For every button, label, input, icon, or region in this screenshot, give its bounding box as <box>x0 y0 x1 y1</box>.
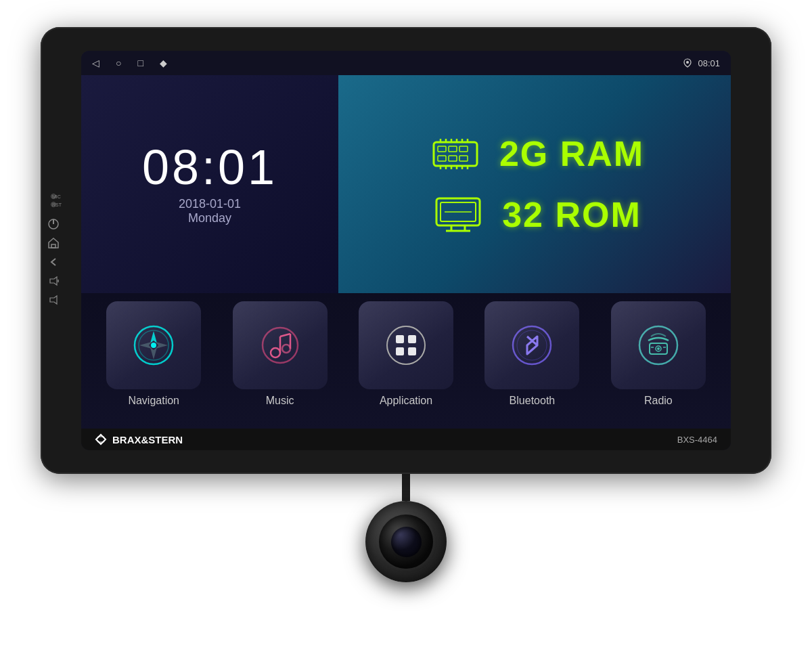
camera-lens-inner <box>391 527 422 557</box>
vol-down-button[interactable] <box>46 292 61 307</box>
back-button[interactable] <box>46 255 61 269</box>
svg-marker-35 <box>150 347 157 359</box>
vol-up-button[interactable] <box>46 274 61 288</box>
music-app[interactable]: Music <box>221 301 338 407</box>
svg-rect-22 <box>459 146 468 152</box>
status-bar-right: 08:01 <box>683 58 720 68</box>
svg-point-38 <box>151 343 156 348</box>
clock-date: 2018-01-01 <box>179 197 241 211</box>
svg-point-52 <box>517 330 547 360</box>
navigation-icon-box[interactable] <box>106 301 201 389</box>
svg-marker-36 <box>139 342 152 349</box>
svg-point-40 <box>271 348 280 357</box>
display-screen: ◁ ○ □ ◆ 08:01 08:01 2018-01-01 Monday <box>81 51 731 450</box>
rst-indicator: RST <box>51 202 56 207</box>
music-icon-box[interactable] <box>233 301 328 389</box>
application-icon-box[interactable] <box>359 301 453 389</box>
mic-label: MIC <box>52 194 61 199</box>
svg-rect-46 <box>396 335 404 343</box>
svg-rect-21 <box>449 146 457 152</box>
back-nav-button[interactable]: ◁ <box>92 58 99 68</box>
status-time: 08:01 <box>698 58 720 68</box>
recent-nav-button[interactable]: □ <box>137 58 143 68</box>
rom-icon <box>428 191 489 238</box>
branding-bar: BRAX&STERN BXS-4464 <box>81 429 731 450</box>
indicators: MIC RST <box>51 194 56 207</box>
rom-spec-text: 32 ROM <box>502 194 641 235</box>
svg-point-51 <box>513 326 551 364</box>
brand-logo: BRAX&STERN <box>95 433 183 445</box>
power-button[interactable] <box>46 217 61 232</box>
clock-panel: 08:01 2018-01-01 Monday <box>81 75 338 293</box>
navigation-app[interactable]: Navigation <box>95 301 212 407</box>
clock-day: Monday <box>188 211 231 225</box>
brand-icon <box>95 433 107 445</box>
ram-spec-row: 2G RAM <box>352 130 717 177</box>
svg-point-55 <box>656 346 661 351</box>
svg-point-33 <box>139 330 168 360</box>
radio-icon-box[interactable] <box>611 301 706 389</box>
application-app[interactable]: Application <box>347 301 465 407</box>
location-icon <box>683 58 692 68</box>
specs-panel: 2G RAM <box>338 75 731 293</box>
svg-point-53 <box>639 326 677 364</box>
svg-line-43 <box>280 334 290 336</box>
camera-lens <box>379 515 433 569</box>
clock-display: 08:01 <box>142 143 277 192</box>
ram-icon <box>425 130 486 177</box>
svg-rect-23 <box>438 156 446 161</box>
radio-label: Radio <box>644 395 673 407</box>
svg-point-56 <box>657 347 660 350</box>
svg-point-32 <box>135 326 173 364</box>
bluetooth-label: Bluetooth <box>510 395 556 407</box>
svg-rect-47 <box>408 335 416 343</box>
camera-cable <box>402 474 410 501</box>
brand-name: BRAX&STERN <box>112 434 183 445</box>
ram-spec-text: 2G RAM <box>499 133 644 174</box>
apps-grid: Navigation <box>81 293 731 429</box>
camera-body <box>365 501 447 582</box>
rom-spec-row: 32 ROM <box>352 191 717 238</box>
application-label: Application <box>380 395 432 407</box>
home-button[interactable] <box>46 236 61 250</box>
side-controls: MIC RST <box>46 194 61 307</box>
svg-point-50 <box>387 326 425 364</box>
main-content-area: 08:01 2018-01-01 Monday <box>81 75 731 293</box>
bluetooth-icon-box[interactable] <box>484 301 579 389</box>
mic-indicator: MIC <box>51 194 56 199</box>
android-nav-buttons: ◁ ○ □ ◆ <box>92 58 167 68</box>
svg-rect-48 <box>396 347 404 355</box>
svg-rect-20 <box>438 146 446 152</box>
menu-nav-button[interactable]: ◆ <box>160 58 167 68</box>
top-nav-bar: ◁ ○ □ ◆ 08:01 <box>81 51 731 75</box>
svg-point-41 <box>282 345 290 353</box>
svg-point-39 <box>263 328 298 363</box>
rst-label: RST <box>52 202 62 207</box>
svg-rect-54 <box>650 343 667 354</box>
navigation-label: Navigation <box>128 395 179 407</box>
radio-app[interactable]: Radio <box>600 301 717 407</box>
svg-rect-24 <box>449 156 457 161</box>
svg-rect-2 <box>51 244 55 248</box>
music-label: Music <box>266 395 294 407</box>
svg-rect-49 <box>408 347 416 355</box>
svg-marker-3 <box>50 277 57 285</box>
home-nav-button[interactable]: ○ <box>116 58 121 68</box>
svg-rect-25 <box>459 156 468 161</box>
svg-marker-37 <box>156 342 168 349</box>
svg-marker-34 <box>150 331 157 343</box>
svg-point-6 <box>686 61 689 64</box>
bluetooth-app[interactable]: Bluetooth <box>473 301 591 407</box>
car-stereo-unit: MIC RST ◁ ○ □ ◆ <box>41 27 771 474</box>
backup-camera-assembly <box>365 474 447 582</box>
brand-model: BXS-4464 <box>677 435 717 445</box>
svg-marker-5 <box>50 296 57 304</box>
svg-point-45 <box>387 326 425 364</box>
